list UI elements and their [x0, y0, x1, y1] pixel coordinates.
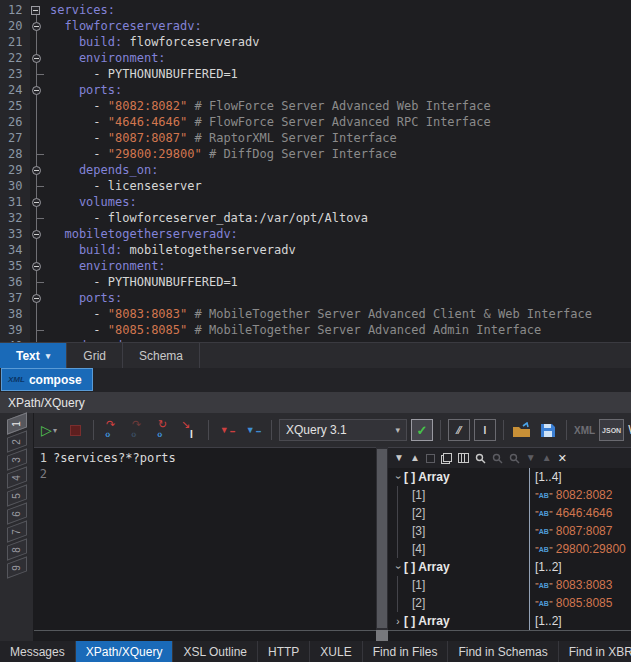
scrollbar-thumb[interactable] — [377, 449, 387, 628]
result-row[interactable]: [1]"ab"8082:8082 — [388, 486, 631, 504]
search-next-icon[interactable] — [492, 453, 503, 464]
evaluate-loop-icon[interactable]: ↻‹› — [153, 419, 175, 441]
fold-column — [30, 210, 50, 226]
result-row[interactable]: ›[ ] Array[1..2] — [388, 558, 631, 576]
chevron-expanded-icon[interactable]: › — [393, 561, 404, 573]
query-line-number: 2 — [34, 466, 50, 482]
query-line-numbers: 12 — [34, 448, 50, 630]
code-line[interactable]: 28- "29800:29800" # DiffDog Server Inter… — [0, 146, 631, 162]
engine-select[interactable]: XQuery 3.1 ▾ — [279, 419, 407, 441]
result-row[interactable]: [2]"ab"4646:4646 — [388, 504, 631, 522]
columns-icon[interactable] — [458, 453, 469, 463]
code-line[interactable]: 21build: flowforceserveradv — [0, 34, 631, 50]
evaluate-back-icon[interactable]: ↷‹› — [127, 419, 149, 441]
breakpoint-red-icon[interactable]: ▼-- — [216, 419, 238, 441]
code-line[interactable]: 39- "8085:8085" # MobileTogether Server … — [0, 322, 631, 338]
code-line[interactable]: 35environment: — [0, 258, 631, 274]
code-text: build: mobiletogetherserveradv — [50, 242, 631, 258]
fold-marker-icon[interactable] — [32, 54, 41, 63]
fold-column — [30, 50, 50, 66]
open-expression-file-icon[interactable] — [511, 419, 533, 441]
output-tab-xpath-xquery[interactable]: XPath/XQuery — [76, 641, 174, 662]
result-row[interactable]: [2]"ab"8085:8085 — [388, 594, 631, 612]
output-tab-find-in-files[interactable]: Find in Files — [363, 641, 449, 662]
query-editor[interactable]: 12 ?services?*?ports — [34, 447, 376, 630]
code-line[interactable]: 37ports: — [0, 290, 631, 306]
result-row[interactable]: ›[ ] Array[1..4] — [388, 468, 631, 486]
evaluate-on-edit-icon[interactable]: ↷‹› — [101, 419, 123, 441]
nav-up-icon[interactable]: ▲ — [542, 453, 552, 463]
validate-expression-icon[interactable]: ✓ — [411, 419, 433, 441]
comment-toggle-icon[interactable]: ⁄⁄ — [448, 419, 470, 441]
query-expression[interactable]: ?services?*?ports — [50, 450, 376, 466]
save-expression-icon[interactable] — [537, 419, 559, 441]
code-line[interactable]: 24ports: — [0, 82, 631, 98]
fold-marker-icon[interactable] — [32, 198, 41, 207]
nav-down-icon[interactable]: ▼ — [526, 453, 536, 463]
search-icon[interactable] — [475, 453, 486, 464]
code-line[interactable]: 20flowforceserveradv: — [0, 18, 631, 34]
view-tab-grid[interactable]: Grid — [67, 343, 123, 368]
fold-marker-icon[interactable] — [32, 86, 41, 95]
code-line[interactable]: 25- "8082:8082" # FlowForce Server Advan… — [0, 98, 631, 114]
fold-marker-icon[interactable] — [32, 294, 41, 303]
line-number: 35 — [0, 258, 30, 274]
chevron-collapsed-icon[interactable]: › — [392, 616, 404, 627]
output-tab-find-in-schemas[interactable]: Find in Schemas — [448, 641, 558, 662]
code-line[interactable]: 32- flowforceserver_data:/var/opt/Altova — [0, 210, 631, 226]
view-tab-text[interactable]: Text▾ — [0, 343, 67, 368]
chevron-expanded-icon[interactable]: › — [393, 471, 404, 483]
sort-down-icon[interactable]: ▼ — [394, 453, 404, 463]
result-row[interactable]: [4]"ab"29800:29800 — [388, 540, 631, 558]
output-tab-find-in-xbrl[interactable]: Find in XBRL — [559, 641, 631, 662]
output-tab-xsl-outline[interactable]: XSL Outline — [173, 641, 258, 662]
copy-icon[interactable] — [441, 453, 452, 464]
code-line[interactable]: 34build: mobiletogetherserveradv — [0, 242, 631, 258]
code-line[interactable]: 30- licenseserver — [0, 178, 631, 194]
query-horizontal-scrollbar[interactable] — [34, 630, 376, 641]
ibeam-mode-icon[interactable]: I — [474, 419, 496, 441]
code-line[interactable]: 31volumes: — [0, 194, 631, 210]
code-line[interactable]: 33mobiletogetherserveradv: — [0, 226, 631, 242]
code-line[interactable]: 40depends_on: — [0, 338, 631, 342]
fold-end-tick — [36, 186, 44, 187]
view-tab-schema[interactable]: Schema — [123, 343, 200, 368]
goto-location-icon[interactable]: ↘I — [179, 419, 201, 441]
result-row[interactable]: [1]"ab"8083:8083 — [388, 576, 631, 594]
sort-up-icon[interactable]: ▲ — [410, 453, 420, 463]
result-row[interactable]: ›[ ] Array[1..2] — [388, 612, 631, 630]
code-line[interactable]: 38- "8083:8083" # MobileTogether Server … — [0, 306, 631, 322]
query-expression[interactable] — [50, 466, 376, 482]
breakpoint-blue-icon[interactable]: ▼-- — [242, 419, 264, 441]
output-tab-messages[interactable]: Messages — [0, 641, 76, 662]
xml-mode-toggle[interactable]: XML — [574, 425, 595, 436]
code-editor[interactable]: 12services:20flowforceserveradv:21build:… — [0, 0, 631, 342]
stop-icon[interactable] — [64, 419, 86, 441]
code-line[interactable]: 27- "8087:8087" # RaptorXML Server Inter… — [0, 130, 631, 146]
json-mode-toggle[interactable]: JSON — [599, 419, 624, 441]
close-icon[interactable]: ✕ — [558, 453, 567, 464]
code-line[interactable]: 12services: — [0, 2, 631, 18]
document-tab-compose[interactable]: XML compose — [1, 368, 93, 391]
code-text: depends_on: — [50, 338, 631, 342]
code-line[interactable]: 36- PYTHONUNBUFFERED=1 — [0, 274, 631, 290]
results-horizontal-scrollbar[interactable] — [388, 630, 631, 641]
query-code[interactable]: ?services?*?ports — [50, 448, 376, 630]
code-line[interactable]: 22environment: — [0, 50, 631, 66]
code-line[interactable]: 26- "4646:4646" # FlowForce Server Advan… — [0, 114, 631, 130]
window-icon[interactable] — [426, 454, 435, 463]
code-line[interactable]: 29depends_on: — [0, 162, 631, 178]
fold-marker-icon[interactable] — [32, 230, 41, 239]
code-line[interactable]: 23- PYTHONUNBUFFERED=1 — [0, 66, 631, 82]
run-icon[interactable]: ▷▾ — [38, 419, 60, 441]
output-tab-http[interactable]: HTTP — [258, 641, 310, 662]
fold-marker-icon[interactable] — [32, 166, 41, 175]
output-tab-xule[interactable]: XULE — [310, 641, 362, 662]
query-vertical-scrollbar[interactable] — [376, 447, 388, 630]
result-row[interactable]: [3]"ab"8087:8087 — [388, 522, 631, 540]
search-prev-icon[interactable] — [509, 453, 520, 464]
fold-marker-icon[interactable] — [32, 22, 41, 31]
fold-marker-icon[interactable] — [31, 6, 40, 15]
toolbar-separator — [208, 420, 209, 440]
fold-marker-icon[interactable] — [32, 262, 41, 271]
